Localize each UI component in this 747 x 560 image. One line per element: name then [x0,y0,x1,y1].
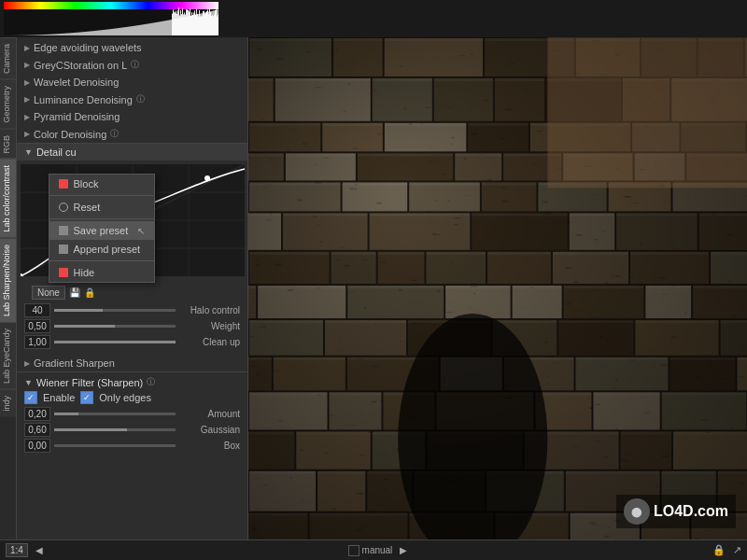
box-label: Box [179,441,240,451]
weight-value[interactable]: 0,50 [24,319,50,333]
box-slider[interactable] [54,444,176,447]
manual-checkbox[interactable] [348,545,359,556]
manual-checkbox-group: manual [348,545,393,556]
preset-lock-icon[interactable]: 🔒 [84,287,95,298]
arrow-icon: ▶ [24,95,30,104]
module-label: Color Denoising [34,129,106,140]
wiener-header[interactable]: ▼ Wiener Filter (Sharpen) ⓘ [24,376,240,388]
watermark-logo: ⬤ [624,498,650,525]
preset-row: None 💾 🔒 [24,284,240,301]
enable-checkbox[interactable]: ✓ [24,391,37,404]
manual-label: manual [362,545,393,555]
module-pyramid-denoising[interactable]: ▶ Pyramid Denoising [17,108,247,125]
menu-save-label: Save preset [74,225,129,236]
gaussian-value[interactable]: 0,60 [24,423,50,437]
info-icon: ⓘ [110,128,119,140]
cleanup-label: Clean up [179,337,240,347]
gaussian-fill [54,428,127,431]
vtab-lab-sharpen[interactable]: Lab Sharpen/Noise [0,238,16,322]
context-menu: Block Reset Save preset ↖ [49,174,156,283]
halo-value[interactable]: 40 [24,303,50,317]
watermark-text: LO4D.com [654,503,728,520]
detail-curve-header[interactable]: ▼ Detail cu [17,143,247,161]
menu-hide-label: Hide [74,267,95,278]
menu-append-label: Append preset [74,244,141,255]
module-greycstoration[interactable]: ▶ GreyCStoration on L ⓘ [17,56,247,74]
halo-slider[interactable] [54,309,176,312]
only-edges-label: Only edges [99,392,151,403]
module-luminance-denoising[interactable]: ▶ Luminance Denoising ⓘ [17,91,247,108]
curve-area[interactable]: Block Reset Save preset ↖ [21,164,245,276]
vtab-lab-color[interactable]: Lab color/contrast [0,159,16,238]
export-icon[interactable]: ↗ [733,544,741,556]
menu-reset-label: Reset [74,202,101,213]
menu-append-preset[interactable]: Append preset [49,240,155,259]
image-area: ⬤ LO4D.com [248,37,747,539]
enable-row: ✓ Enable ✓ Only edges [24,391,240,404]
wiener-info-icon: ⓘ [147,376,155,388]
weight-label: Weight [179,321,240,331]
info-icon: ⓘ [131,59,139,71]
vertical-tabs: Camera Geometry RGB Lab color/contrast L… [0,37,17,539]
amount-row: 0,20 Amount [24,407,240,421]
enable-label: Enable [43,392,75,403]
gradient-sharpen-label: Gradient Sharpen [34,357,115,369]
zoom-button[interactable]: 1:4 [6,543,28,557]
arrow-icon: ▶ [24,113,30,121]
halo-label: Halo control [179,305,240,315]
amount-value[interactable]: 0,20 [24,407,50,421]
menu-block[interactable]: Block [49,175,155,193]
arrow-icon: ▶ [24,130,30,138]
module-color-denoising[interactable]: ▶ Color Denoising ⓘ [17,125,247,143]
vtab-camera[interactable]: Camera [0,37,16,79]
gaussian-slider[interactable] [54,428,176,431]
arrow-icon: ▶ [24,359,30,368]
weight-control-row: 0,50 Weight [24,319,240,333]
cleanup-slider[interactable] [54,341,176,343]
main-image: ⬤ LO4D.com [248,37,747,539]
arrow-icon: ▶ [24,44,30,52]
preset-save-icon[interactable]: 💾 [69,287,80,298]
box-value[interactable]: 0,00 [24,439,50,453]
left-panel: ▶ Edge avoiding wavelets ▶ GreyCStoratio… [17,37,248,539]
wiener-label: Wiener Filter (Sharpen) [36,377,143,388]
menu-reset[interactable]: Reset [49,198,155,217]
weight-slider[interactable] [54,325,176,328]
menu-hide[interactable]: Hide [49,263,155,282]
module-label: Luminance Denoising [34,94,133,105]
module-label: Pyramid Denoising [34,111,120,122]
zoom-out-icon[interactable]: ◀ [35,545,43,555]
module-edge-wavelets[interactable]: ▶ Edge avoiding wavelets [17,39,247,56]
amount-label: Amount [179,409,240,419]
lock-icon[interactable]: 🔒 [712,544,726,556]
module-list: ▶ Edge avoiding wavelets ▶ GreyCStoratio… [17,37,247,539]
cleanup-value[interactable]: 1,00 [24,335,50,349]
watermark: ⬤ LO4D.com [616,495,736,528]
vtab-geometry[interactable]: Geometry [0,79,16,129]
arrow-icon: ▶ [24,78,30,87]
cursor-icon: ↖ [137,226,145,236]
menu-save-preset[interactable]: Save preset ↖ [49,221,155,240]
menu-separator [49,195,155,196]
status-bar: 1:4 ◀ manual ▶ 🔒 ↗ [0,539,747,560]
wiener-expand-icon: ▼ [24,378,33,387]
gradient-sharpen-item[interactable]: ▶ Gradient Sharpen [17,355,247,371]
vtab-indy[interactable]: indy [0,389,16,417]
module-label: GreyCStoration on L [34,60,127,71]
controls-area: None 💾 🔒 40 Halo control 0,50 We [17,280,247,355]
preset-button[interactable]: None [32,286,65,300]
play-button[interactable]: ▶ [400,545,407,555]
module-label: Edge avoiding wavelets [34,42,142,53]
box-row: 0,00 Box [24,439,240,453]
detail-curve-label: Detail cu [36,147,77,158]
menu-separator-3 [49,260,155,261]
wiener-section: ▼ Wiener Filter (Sharpen) ⓘ ✓ Enable ✓ O… [17,371,247,458]
menu-block-label: Block [74,178,99,189]
cleanup-control-row: 1,00 Clean up [24,335,240,349]
vtab-rgb[interactable]: RGB [0,129,16,160]
info-icon: ⓘ [136,93,145,105]
amount-slider[interactable] [54,413,176,415]
vtab-eyecandy[interactable]: Lab EyeCandy [0,322,16,389]
module-wavelet-denoising[interactable]: ▶ Wavelet Denoising [17,74,247,91]
only-edges-checkbox[interactable]: ✓ [80,391,93,404]
